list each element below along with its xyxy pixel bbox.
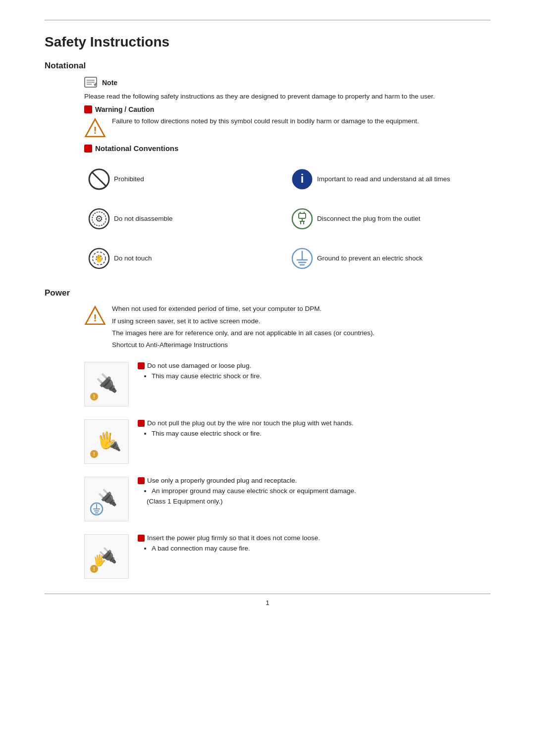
disassemble-icon: ⚙ (84, 204, 114, 234)
power-bullets-1: This may cause electric shock or fire. (143, 371, 490, 381)
power-intro-line4: Shortcut to Anti-Afterimage Instructions (112, 340, 374, 350)
touch-icon: ✋ (84, 244, 114, 273)
warning-row: ! Failure to follow directions noted by … (84, 116, 490, 139)
convention-info: i Important to read and understand at al… (287, 159, 490, 199)
power-section: Power ! When not used for extended perio… (45, 288, 490, 579)
convention-touch: ✋ Do not touch (84, 239, 287, 278)
warning-text: Failure to follow directions noted by th… (112, 116, 419, 126)
notational-heading: Notational (45, 61, 490, 71)
svg-text:!: ! (93, 394, 95, 400)
power-item-2: 🖐 🔌 ! Do not pull the plug out by the wi… (84, 419, 490, 464)
power-warning-row: ! When not used for extended period of t… (84, 304, 490, 354)
warning-label-row: Warning / Caution (84, 105, 490, 113)
warning-badge-4 (138, 535, 145, 542)
power-content-4: Insert the power plug firmly so that it … (138, 534, 490, 554)
power-img-4: 🔌 🖐 ! (84, 534, 129, 579)
power-main-3: Use only a properly grounded plug and re… (138, 477, 490, 484)
note-icon (84, 77, 99, 89)
svg-text:🔌: 🔌 (107, 439, 121, 452)
power-img-3: 🔌 (84, 477, 129, 521)
svg-text:🖐: 🖐 (93, 554, 107, 567)
svg-text:⚙: ⚙ (95, 214, 103, 224)
power-intro-line3: The images here are for reference only, … (112, 328, 374, 338)
svg-text:i: i (301, 172, 304, 185)
convention-ground: Ground to prevent an electric shock (287, 239, 490, 278)
info-icon: i (287, 164, 317, 194)
power-img-2: 🖐 🔌 ! (84, 419, 129, 464)
note-label: Note (102, 79, 117, 87)
page-title: Safety Instructions (45, 34, 490, 50)
conventions-grid: Prohibited i Important to read and under… (84, 159, 490, 278)
disassemble-label: Do not disassemble (114, 214, 173, 224)
power-warning-triangle-icon: ! (84, 305, 106, 327)
svg-text:!: ! (93, 452, 95, 457)
power-content-3: Use only a properly grounded plug and re… (138, 477, 490, 504)
power-main-1: Do not use damaged or loose plug. (138, 362, 490, 369)
power-sub-3: (Class 1 Equipment only.) (138, 498, 490, 505)
convention-prohibited: Prohibited (84, 159, 287, 199)
plug-label: Disconnect the plug from the outlet (317, 214, 421, 224)
prohibited-icon (84, 164, 114, 194)
svg-text:✋: ✋ (95, 254, 104, 263)
plug-icon (287, 204, 317, 234)
warning-badge-3 (138, 477, 145, 484)
power-main-4: Insert the power plug firmly so that it … (138, 534, 490, 542)
power-content-1: Do not use damaged or loose plug. This m… (138, 362, 490, 382)
svg-line-7 (92, 172, 107, 187)
power-bullets-2: This may cause electric shock or fire. (143, 429, 490, 439)
page-number: 1 (45, 599, 490, 606)
note-row: Note (84, 77, 490, 89)
power-heading: Power (45, 288, 490, 298)
ground-label: Ground to prevent an electric shock (317, 254, 423, 263)
warning-badge-1 (138, 362, 145, 369)
power-content-2: Do not pull the plug out by the wire nor… (138, 419, 490, 440)
power-item-1: 🔌 ! Do not use damaged or loose plug. Th… (84, 362, 490, 406)
touch-label: Do not touch (114, 254, 152, 263)
power-intro-line1: When not used for extended period of tim… (112, 304, 374, 314)
conventions-heading: Notational Conventions (95, 144, 178, 152)
power-img-1: 🔌 ! (84, 362, 129, 406)
svg-text:!: ! (94, 125, 97, 136)
warning-badge-2 (138, 420, 145, 427)
prohibited-label: Prohibited (114, 175, 144, 184)
info-label: Important to read and understand at all … (317, 175, 450, 184)
warning-red-icon (84, 105, 92, 113)
svg-text:🔌: 🔌 (96, 372, 118, 394)
power-bullets-4: A bad connection may cause fire. (143, 544, 490, 554)
convention-plug: Disconnect the plug from the outlet (287, 199, 490, 239)
note-text: Please read the following safety instruc… (84, 92, 490, 101)
power-intro-line2: If using screen saver, set it to active … (112, 316, 374, 326)
conventions-heading-row: Notational Conventions (84, 144, 490, 152)
svg-text:!: ! (94, 313, 97, 324)
power-items-wrap: 🔌 ! Do not use damaged or loose plug. Th… (84, 362, 490, 579)
convention-disassemble: ⚙ Do not disassemble (84, 199, 287, 239)
warning-triangle-icon: ! (84, 117, 106, 139)
svg-rect-14 (299, 213, 306, 218)
power-main-2: Do not pull the plug out by the wire nor… (138, 419, 490, 427)
power-item-4: 🔌 🖐 ! Insert the power plug firmly so th… (84, 534, 490, 579)
ground-icon (287, 244, 317, 273)
svg-text:!: ! (93, 566, 95, 572)
power-intro: ! When not used for extended period of t… (84, 304, 490, 354)
power-item-3: 🔌 Use only a properly grounded plug and … (84, 477, 490, 521)
conventions-red-icon (84, 145, 92, 152)
bottom-rule (45, 594, 490, 594)
power-bullets-3: An improper ground may cause electric sh… (143, 486, 490, 496)
warning-label: Warning / Caution (95, 105, 154, 113)
